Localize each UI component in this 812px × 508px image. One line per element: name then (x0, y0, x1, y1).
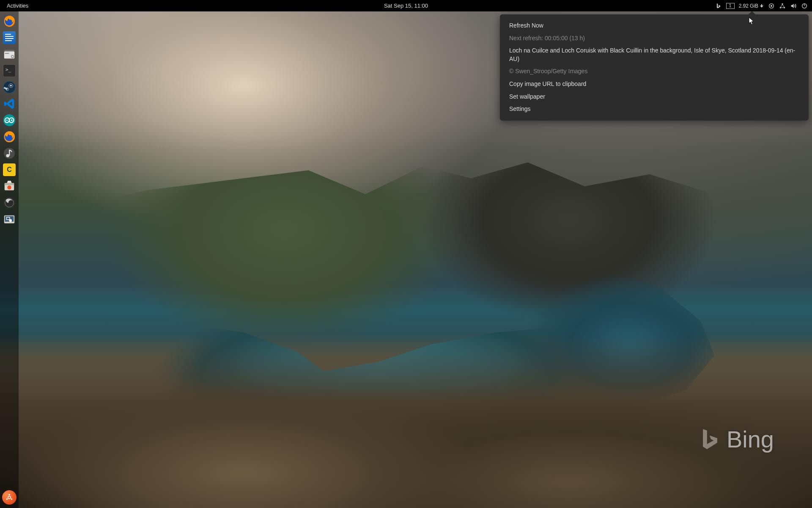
top-panel: Activities Sat Sep 15, 11:00 1 2.92 GiB (0, 0, 812, 11)
svg-marker-28 (7, 181, 11, 183)
volume-icon[interactable] (790, 3, 797, 9)
power-icon[interactable] (801, 3, 808, 9)
svg-point-38 (6, 498, 8, 500)
svg-point-24 (6, 154, 10, 157)
svg-point-4 (784, 7, 785, 8)
bing-logo-icon (698, 427, 722, 452)
dock-vscode[interactable] (2, 97, 16, 111)
bing-watermark-text: Bing (727, 425, 774, 453)
menu-settings[interactable]: Settings (500, 103, 809, 116)
menu-copy-url[interactable]: Copy image URL to clipboard (500, 78, 809, 91)
svg-point-2 (782, 3, 783, 4)
dock-software-center[interactable] (2, 179, 16, 193)
wallpaper-rocks (0, 334, 812, 508)
dock-libreoffice-writer[interactable] (2, 30, 16, 45)
svg-point-1 (771, 5, 772, 7)
svg-point-3 (780, 7, 781, 8)
bing-tray-icon[interactable] (715, 3, 722, 9)
dock-cura[interactable]: C (2, 163, 16, 177)
ubuntu-logo-icon (5, 494, 13, 501)
menu-copyright: © Swen_Stroop/Getty Images (500, 65, 809, 78)
clock[interactable]: Sat Sep 15, 11:00 (384, 3, 428, 9)
dock: >_ C (0, 11, 19, 508)
network-icon[interactable] (779, 3, 786, 9)
netspeed-unit: GiB (750, 3, 758, 9)
svg-point-36 (8, 496, 11, 499)
netspeed-indicator[interactable]: 2.92 GiB (739, 3, 764, 9)
activities-button[interactable]: Activities (4, 3, 31, 9)
svg-point-15 (10, 85, 12, 87)
svg-point-35 (9, 219, 12, 222)
system-tray: 1 2.92 GiB (715, 3, 808, 9)
dock-screenshot[interactable] (2, 212, 16, 226)
svg-rect-10 (5, 53, 9, 54)
dock-rhythmbox[interactable] (2, 146, 16, 160)
workspace-indicator[interactable]: 1 (726, 3, 735, 9)
svg-point-29 (7, 185, 11, 189)
bing-extension-menu: Refresh Now Next refresh: 00:05:00 (13 h… (500, 14, 809, 121)
bing-watermark: Bing (698, 425, 774, 453)
dropdown-arrow (748, 11, 756, 15)
svg-point-39 (11, 498, 13, 500)
menu-refresh-now[interactable]: Refresh Now (500, 19, 809, 32)
menu-next-refresh: Next refresh: 00:05:00 (13 h) (500, 32, 809, 45)
download-arrow-icon (760, 4, 764, 8)
dock-obs-studio[interactable] (2, 196, 16, 210)
dock-terminal[interactable]: >_ (2, 64, 16, 78)
dock-files[interactable] (2, 47, 16, 61)
menu-set-wallpaper[interactable]: Set wallpaper (500, 91, 809, 103)
dock-firefox[interactable] (2, 14, 16, 28)
menu-image-description[interactable]: Loch na Cuilce and Loch Coruisk with Bla… (500, 44, 809, 65)
dock-firefox-dev[interactable] (2, 130, 16, 144)
dock-steam[interactable] (2, 80, 16, 94)
mouse-cursor (749, 17, 754, 25)
svg-rect-27 (5, 183, 14, 185)
show-applications-button[interactable] (2, 490, 16, 505)
netspeed-value: 2.92 (739, 3, 749, 9)
accessibility-icon[interactable] (768, 3, 775, 9)
dock-arduino[interactable] (2, 113, 16, 127)
svg-point-37 (8, 494, 10, 496)
